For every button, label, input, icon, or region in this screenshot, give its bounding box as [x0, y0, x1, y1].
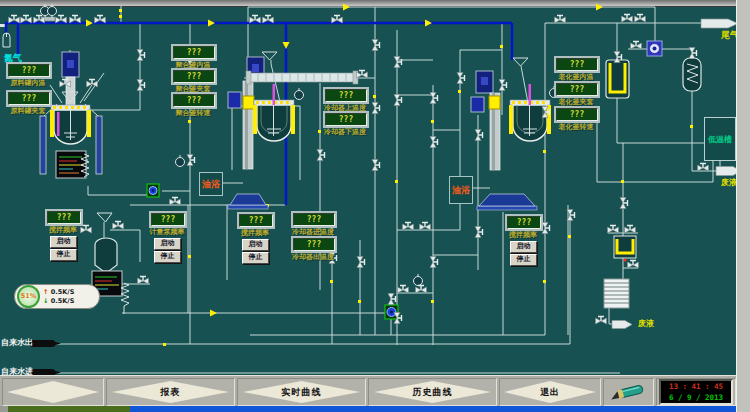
valve-icon: [542, 223, 550, 234]
valve-icon: [475, 227, 483, 238]
nav-exit-button[interactable]: 退出: [504, 381, 596, 403]
meterpump-start-button[interactable]: 启动: [154, 238, 181, 250]
stir1-stop-button[interactable]: 停止: [50, 249, 77, 261]
valve-icon: [170, 198, 181, 206]
nav-report-button[interactable]: 报表: [112, 381, 229, 403]
nav-cell-exit: 退出: [499, 378, 601, 406]
valve-icon: [499, 80, 507, 91]
up-arrow-icon: ↑: [43, 288, 48, 296]
low-temp-tank: 低温槽: [704, 117, 736, 161]
jacketed-vessel: [606, 60, 629, 98]
led-label: 聚合釜内温: [176, 60, 211, 70]
taskbar-strip: [130, 406, 736, 412]
valve-icon: [138, 277, 149, 285]
valve-icon: [625, 226, 636, 234]
percent-dial: 51%: [17, 285, 40, 308]
nav-history-curve-button[interactable]: 历史曲线: [374, 381, 491, 403]
valve-icon: [388, 294, 396, 305]
led-label: 老化釜夹套: [559, 97, 594, 107]
led-raw-jacket: ???: [8, 92, 50, 105]
valve-icon: [430, 93, 438, 104]
led-stir1-freq: ???: [47, 211, 81, 224]
led-label: 冷却器上温度: [324, 103, 366, 113]
window-right-border: [736, 0, 750, 412]
nav-cell-clock: 13 : 41 : 45 6 / 9 / 2013: [656, 378, 736, 406]
led-poly-speed: ???: [173, 94, 215, 107]
led-label: 原料罐内温: [11, 78, 46, 88]
valve-icon: [631, 42, 642, 50]
valve-icon: [620, 198, 628, 209]
led-label: 冷却器出温度: [292, 252, 334, 262]
nav-cell-blank: [2, 378, 104, 406]
valve-icon: [430, 257, 438, 268]
pump-icon: [647, 41, 662, 56]
valve-icon: [628, 261, 639, 269]
valve-icon: [394, 95, 402, 106]
clock-date: 6 / 9 / 2013: [661, 392, 731, 403]
led-aging-speed: ???: [556, 108, 598, 121]
valve-icon: [430, 137, 438, 148]
valve-icon: [357, 257, 365, 268]
led-meterpump-freq: ???: [151, 213, 185, 226]
clock-time: 13 : 41 : 45: [661, 381, 731, 392]
valve-icon: [137, 50, 145, 61]
funnel-icon: [513, 58, 528, 66]
valve-icon: [394, 57, 402, 68]
waste-liquid-label: 废液: [638, 318, 654, 329]
led-poly-temp: ???: [173, 46, 215, 59]
heat-exchanger: [604, 279, 629, 308]
valve-icon: [635, 15, 646, 23]
pen-icon[interactable]: [607, 380, 651, 404]
led-poly-jacket: ???: [173, 70, 215, 83]
valve-icon: [372, 103, 380, 114]
nav-cell-realtime: 实时曲线: [237, 378, 366, 406]
pump-icon: [147, 184, 159, 197]
valve-icon: [317, 150, 325, 161]
led-label: 老化釜转速: [559, 122, 594, 132]
nav-cell-pen: [603, 378, 654, 406]
valve-icon: [113, 222, 124, 230]
down-arrow-icon: ↓: [43, 297, 48, 305]
clock-display: 13 : 41 : 45 6 / 9 / 2013: [659, 379, 733, 405]
stir3-start-button[interactable]: 启动: [510, 241, 537, 253]
stir1-start-button[interactable]: 启动: [50, 236, 77, 248]
led-label: 聚合釜转速: [176, 108, 211, 118]
meterpump-stop-button[interactable]: 停止: [154, 251, 181, 263]
gas-cylinder-icon: [3, 33, 10, 47]
valve-icon: [698, 164, 709, 172]
led-label: 老化釜内温: [559, 72, 594, 82]
valve-icon: [81, 226, 92, 234]
valve-icon: [187, 155, 195, 166]
stir2-start-button[interactable]: 启动: [242, 239, 269, 251]
coil-condenser: [683, 58, 701, 91]
gauge-icon: [176, 155, 185, 167]
stir2-stop-button[interactable]: 停止: [242, 252, 269, 264]
oil-bath-box: 油浴: [449, 176, 473, 204]
stand-base: [230, 194, 266, 205]
tap-water-out-label: 自来水出: [1, 337, 33, 348]
led-aging-jacket: ???: [556, 83, 598, 96]
piping-diagram: [0, 0, 750, 412]
led-label: 计量泵频率: [150, 227, 185, 237]
stir3-stop-button[interactable]: 停止: [510, 254, 537, 266]
valve-icon: [403, 223, 414, 231]
nav-realtime-curve-button[interactable]: 实时曲线: [243, 381, 360, 403]
led-stir3-freq: ???: [507, 216, 541, 229]
nav-blank-button[interactable]: [7, 381, 99, 403]
valve-icon: [622, 15, 633, 23]
condenser-horizontal: [246, 71, 358, 84]
gauge-icon: [295, 88, 304, 100]
gauge-icon: [414, 274, 423, 286]
jacketed-vessel-small: [614, 236, 636, 262]
valve-icon: [398, 286, 409, 294]
ramp-rate-gauge: 51% ↑ 0.5K/S ↓ 0.5K/S: [14, 284, 100, 309]
valve-icon: [596, 317, 607, 325]
led-label: 搅拌频率: [509, 230, 537, 240]
led-label: 搅拌频率: [241, 228, 269, 238]
bottom-nav-bar: 报表 实时曲线 历史曲线 退出 13 : 41 : 45 6 /: [0, 375, 736, 408]
spring-icon: [121, 283, 129, 314]
valve-icon: [416, 286, 427, 294]
nitrogen-label: 氮气: [4, 52, 22, 65]
taskbar-button[interactable]: [8, 406, 130, 412]
valve-icon: [608, 226, 619, 234]
